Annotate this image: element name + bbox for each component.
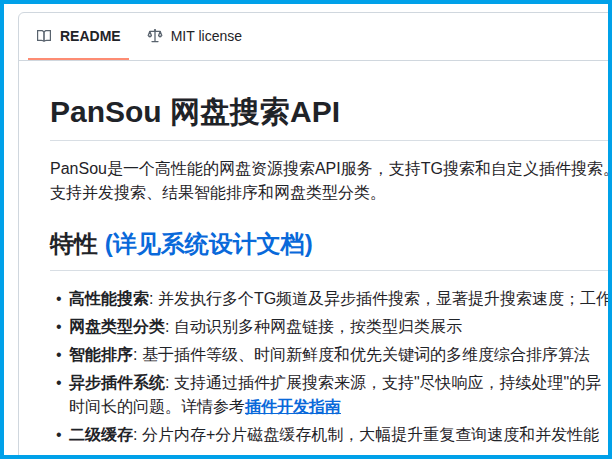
features-heading: 特性 (详见系统设计文档) — [50, 229, 612, 271]
design-doc-link[interactable]: (详见系统设计文档) — [105, 230, 313, 257]
features-heading-text: 特性 — [50, 230, 105, 257]
page-title: PanSou 网盘搜索API — [50, 93, 612, 141]
intro-paragraph: PanSou是一个高性能的网盘资源搜索API服务，支持TG搜索和自定义插件搜索。… — [50, 157, 612, 205]
feature-label: 二级缓存 — [69, 426, 133, 443]
tab-readme[interactable]: README — [28, 13, 129, 60]
feature-label: 高性能搜索 — [69, 290, 149, 307]
feature-text: : 基于插件等级、时间新鲜度和优先关键词的多维度综合排序算法 — [133, 346, 590, 363]
law-icon — [147, 28, 163, 44]
features-list: 高性能搜索: 并发执行多个TG频道及异步插件搜索，显著提升搜索速度；工作 网盘类… — [50, 287, 612, 447]
screenshot-root: README — [0, 0, 612, 459]
intro-line: 支持并发搜索、结果智能排序和网盘类型分类。 — [50, 181, 612, 205]
file-tabbar: README — [19, 13, 612, 61]
readme-content: PanSou 网盘搜索API PanSou是一个高性能的网盘资源搜索API服务，… — [19, 61, 612, 459]
feature-label: 网盘类型分类 — [69, 318, 165, 335]
list-item: 异步插件系统: 支持通过插件扩展搜索来源，支持"尽快响应，持续处理"的异 时间长… — [69, 371, 612, 419]
feature-text: : 支持通过插件扩展搜索来源，支持"尽快响应，持续处理"的异 — [165, 374, 601, 391]
feature-text: : 分片内存+分片磁盘缓存机制，大幅提升重复查询速度和并发性能 — [133, 426, 599, 443]
list-item: 网盘类型分类: 自动识别多种网盘链接，按类型归类展示 — [69, 315, 612, 339]
tab-mit-license-label: MIT license — [171, 28, 242, 44]
feature-label: 异步插件系统 — [69, 374, 165, 391]
book-icon — [36, 28, 52, 44]
tab-mit-license[interactable]: MIT license — [139, 13, 250, 60]
feature-text: : 并发执行多个TG频道及异步插件搜索，显著提升搜索速度；工作 — [149, 290, 612, 307]
tab-readme-label: README — [60, 28, 121, 44]
list-item: 智能排序: 基于插件等级、时间新鲜度和优先关键词的多维度综合排序算法 — [69, 343, 612, 367]
feature-text-continued: 时间长的问题。详情参考插件开发指南 — [69, 395, 612, 419]
list-item: 二级缓存: 分片内存+分片磁盘缓存机制，大幅提升重复查询速度和并发性能 — [69, 423, 612, 447]
feature-text: : 自动识别多种网盘链接，按类型归类展示 — [165, 318, 462, 335]
feature-label: 智能排序 — [69, 346, 133, 363]
list-item: 高性能搜索: 并发执行多个TG频道及异步插件搜索，显著提升搜索速度；工作 — [69, 287, 612, 311]
intro-line: PanSou是一个高性能的网盘资源搜索API服务，支持TG搜索和自定义插件搜索。 — [50, 157, 612, 181]
plugin-dev-guide-link[interactable]: 插件开发指南 — [245, 398, 341, 415]
readme-card: README — [18, 12, 612, 459]
